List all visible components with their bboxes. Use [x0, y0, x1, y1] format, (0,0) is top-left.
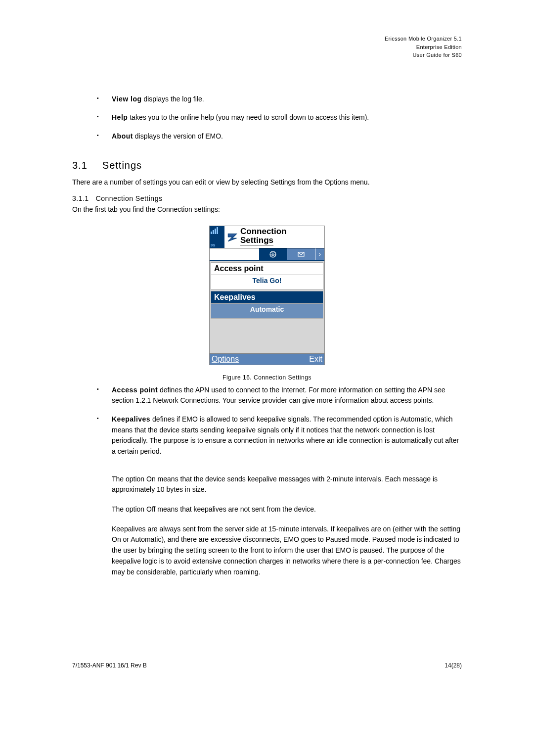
page-footer: 7/1553-ANF 901 16/1 Rev B 14(28): [72, 662, 462, 669]
signal-bars-icon: [211, 227, 223, 234]
access-point-value: Telia Go!: [211, 275, 323, 290]
term: Help: [112, 113, 128, 121]
term: About: [112, 132, 133, 140]
tab-spacer: [210, 248, 259, 260]
tab-mail[interactable]: [287, 248, 315, 260]
para-off: The option Off means that keepalives are…: [112, 504, 462, 515]
text: displays the log file.: [142, 95, 204, 103]
header-line-3: User Guide for S60: [72, 51, 462, 59]
app-logo-icon: [224, 226, 240, 248]
page-header: Ericsson Mobile Organizer 5.1 Enterprise…: [72, 35, 462, 59]
list-item: Help takes you to the online help (you m…: [97, 112, 462, 123]
subsection-title: Connection Settings: [96, 194, 163, 202]
keepalives-field[interactable]: Keepalives Automatic: [211, 291, 323, 319]
body-bullet-list: Access point defines the APN used to con…: [72, 385, 462, 457]
term: View log: [112, 95, 142, 103]
title-line-2: Settings: [240, 236, 273, 245]
term: Access point: [112, 386, 158, 394]
title-line-1: Connection: [240, 227, 324, 236]
para-server: Keepalives are always sent from the serv…: [112, 524, 462, 577]
network-label: 3G: [211, 243, 223, 247]
term: Keepalives: [112, 415, 150, 423]
phone-softkeys: Options Exit: [210, 353, 324, 365]
signal-indicator: 3G: [210, 226, 224, 248]
globe-icon: [269, 250, 277, 258]
para-on: The option On means that the device send…: [112, 474, 462, 495]
doc-id: 7/1553-ANF 901 16/1 Rev B: [72, 662, 147, 669]
phone-title-bar: 3G Connection Settings: [210, 226, 324, 248]
tab-connection[interactable]: [259, 248, 287, 260]
document-page: Ericsson Mobile Organizer 5.1 Enterprise…: [0, 0, 534, 693]
subsection-intro: On the first tab you find the Connection…: [72, 204, 462, 215]
exit-softkey[interactable]: Exit: [309, 355, 322, 364]
subsection-heading: 3.1.1Connection Settings: [72, 194, 462, 202]
access-point-label: Access point: [211, 262, 323, 275]
section-title: Settings: [102, 160, 142, 171]
text: displays the version of EMO.: [133, 132, 223, 140]
text: defines the APN used to connect to the I…: [112, 386, 445, 405]
subsection-number: 3.1.1: [72, 194, 89, 202]
section-heading: 3.1Settings: [72, 160, 462, 171]
phone-screenshot: 3G Connection Settings › Access point: [209, 226, 325, 365]
phone-title: Connection Settings: [240, 226, 324, 248]
tab-arrow-right[interactable]: ›: [315, 248, 324, 260]
header-line-1: Ericsson Mobile Organizer 5.1: [72, 35, 462, 43]
phone-empty-area: [211, 320, 323, 352]
phone-tab-bar: ›: [210, 248, 324, 261]
figure-caption: Figure 16. Connection Settings: [72, 374, 462, 381]
list-item: Access point defines the APN used to con…: [97, 385, 462, 406]
intro-bullet-list: View log displays the log file. Help tak…: [72, 94, 462, 142]
header-line-2: Enterprise Edition: [72, 43, 462, 51]
list-item: About displays the version of EMO.: [97, 131, 462, 142]
list-item: Keepalives defines if EMO is allowed to …: [97, 414, 462, 457]
page-number: 14(28): [445, 662, 462, 669]
mail-icon: [297, 250, 305, 258]
phone-body: Access point Telia Go! Keepalives Automa…: [210, 261, 324, 353]
keepalives-value: Automatic: [211, 304, 323, 319]
access-point-field[interactable]: Access point Telia Go!: [211, 262, 323, 290]
text: defines if EMO is allowed to send keepal…: [112, 415, 459, 455]
text: takes you to the online help (you may ne…: [128, 113, 369, 121]
section-number: 3.1: [72, 160, 88, 171]
keepalives-label: Keepalives: [211, 291, 323, 304]
section-intro: There are a number of settings you can e…: [72, 177, 462, 188]
options-softkey[interactable]: Options: [212, 355, 239, 364]
list-item: View log displays the log file.: [97, 94, 462, 105]
